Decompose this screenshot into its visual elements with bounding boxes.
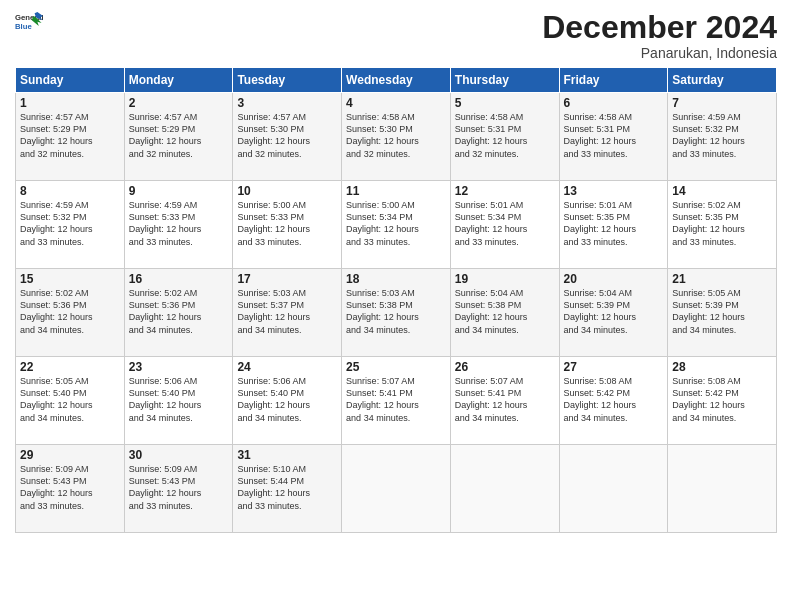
day-cell: 27Sunrise: 5:08 AM Sunset: 5:42 PM Dayli… [559,357,668,445]
day-cell [559,445,668,533]
day-info: Sunrise: 5:09 AM Sunset: 5:43 PM Dayligh… [129,463,229,512]
week-row-4: 22Sunrise: 5:05 AM Sunset: 5:40 PM Dayli… [16,357,777,445]
week-row-5: 29Sunrise: 5:09 AM Sunset: 5:43 PM Dayli… [16,445,777,533]
header: General Blue December 2024 Panarukan, In… [15,10,777,61]
day-cell [342,445,451,533]
day-info: Sunrise: 4:57 AM Sunset: 5:29 PM Dayligh… [20,111,120,160]
day-number: 16 [129,272,229,286]
day-number: 27 [564,360,664,374]
title-block: December 2024 Panarukan, Indonesia [542,10,777,61]
day-info: Sunrise: 4:58 AM Sunset: 5:31 PM Dayligh… [564,111,664,160]
main-title: December 2024 [542,10,777,45]
day-cell: 1Sunrise: 4:57 AM Sunset: 5:29 PM Daylig… [16,93,125,181]
day-cell: 7Sunrise: 4:59 AM Sunset: 5:32 PM Daylig… [668,93,777,181]
day-info: Sunrise: 5:09 AM Sunset: 5:43 PM Dayligh… [20,463,120,512]
col-header-friday: Friday [559,68,668,93]
day-cell: 29Sunrise: 5:09 AM Sunset: 5:43 PM Dayli… [16,445,125,533]
day-number: 21 [672,272,772,286]
day-number: 7 [672,96,772,110]
day-number: 15 [20,272,120,286]
day-number: 13 [564,184,664,198]
day-cell: 6Sunrise: 4:58 AM Sunset: 5:31 PM Daylig… [559,93,668,181]
day-number: 14 [672,184,772,198]
day-cell: 24Sunrise: 5:06 AM Sunset: 5:40 PM Dayli… [233,357,342,445]
day-info: Sunrise: 4:57 AM Sunset: 5:30 PM Dayligh… [237,111,337,160]
day-info: Sunrise: 4:58 AM Sunset: 5:30 PM Dayligh… [346,111,446,160]
day-cell: 22Sunrise: 5:05 AM Sunset: 5:40 PM Dayli… [16,357,125,445]
day-info: Sunrise: 5:00 AM Sunset: 5:34 PM Dayligh… [346,199,446,248]
day-info: Sunrise: 5:04 AM Sunset: 5:39 PM Dayligh… [564,287,664,336]
day-cell: 16Sunrise: 5:02 AM Sunset: 5:36 PM Dayli… [124,269,233,357]
day-info: Sunrise: 4:57 AM Sunset: 5:29 PM Dayligh… [129,111,229,160]
day-cell: 14Sunrise: 5:02 AM Sunset: 5:35 PM Dayli… [668,181,777,269]
day-info: Sunrise: 5:07 AM Sunset: 5:41 PM Dayligh… [346,375,446,424]
day-number: 25 [346,360,446,374]
logo-icon: General Blue [15,10,43,32]
day-cell: 20Sunrise: 5:04 AM Sunset: 5:39 PM Dayli… [559,269,668,357]
day-number: 6 [564,96,664,110]
day-cell: 19Sunrise: 5:04 AM Sunset: 5:38 PM Dayli… [450,269,559,357]
day-number: 10 [237,184,337,198]
day-number: 31 [237,448,337,462]
day-info: Sunrise: 5:01 AM Sunset: 5:35 PM Dayligh… [564,199,664,248]
day-cell: 9Sunrise: 4:59 AM Sunset: 5:33 PM Daylig… [124,181,233,269]
day-number: 20 [564,272,664,286]
page-container: General Blue December 2024 Panarukan, In… [0,0,792,543]
day-number: 30 [129,448,229,462]
week-row-3: 15Sunrise: 5:02 AM Sunset: 5:36 PM Dayli… [16,269,777,357]
day-info: Sunrise: 4:58 AM Sunset: 5:31 PM Dayligh… [455,111,555,160]
day-number: 5 [455,96,555,110]
day-info: Sunrise: 5:08 AM Sunset: 5:42 PM Dayligh… [672,375,772,424]
col-header-wednesday: Wednesday [342,68,451,93]
day-info: Sunrise: 5:00 AM Sunset: 5:33 PM Dayligh… [237,199,337,248]
day-number: 11 [346,184,446,198]
day-cell: 2Sunrise: 4:57 AM Sunset: 5:29 PM Daylig… [124,93,233,181]
calendar-header-row: SundayMondayTuesdayWednesdayThursdayFrid… [16,68,777,93]
day-cell: 3Sunrise: 4:57 AM Sunset: 5:30 PM Daylig… [233,93,342,181]
day-number: 1 [20,96,120,110]
day-info: Sunrise: 5:10 AM Sunset: 5:44 PM Dayligh… [237,463,337,512]
day-number: 4 [346,96,446,110]
day-cell [668,445,777,533]
day-info: Sunrise: 5:08 AM Sunset: 5:42 PM Dayligh… [564,375,664,424]
day-info: Sunrise: 5:05 AM Sunset: 5:40 PM Dayligh… [20,375,120,424]
day-cell: 15Sunrise: 5:02 AM Sunset: 5:36 PM Dayli… [16,269,125,357]
col-header-saturday: Saturday [668,68,777,93]
day-info: Sunrise: 5:06 AM Sunset: 5:40 PM Dayligh… [129,375,229,424]
day-cell: 8Sunrise: 4:59 AM Sunset: 5:32 PM Daylig… [16,181,125,269]
col-header-tuesday: Tuesday [233,68,342,93]
day-info: Sunrise: 5:02 AM Sunset: 5:36 PM Dayligh… [20,287,120,336]
day-cell: 10Sunrise: 5:00 AM Sunset: 5:33 PM Dayli… [233,181,342,269]
week-row-2: 8Sunrise: 4:59 AM Sunset: 5:32 PM Daylig… [16,181,777,269]
day-cell: 28Sunrise: 5:08 AM Sunset: 5:42 PM Dayli… [668,357,777,445]
day-cell: 21Sunrise: 5:05 AM Sunset: 5:39 PM Dayli… [668,269,777,357]
day-info: Sunrise: 5:01 AM Sunset: 5:34 PM Dayligh… [455,199,555,248]
week-row-1: 1Sunrise: 4:57 AM Sunset: 5:29 PM Daylig… [16,93,777,181]
day-number: 17 [237,272,337,286]
day-cell: 25Sunrise: 5:07 AM Sunset: 5:41 PM Dayli… [342,357,451,445]
logo: General Blue [15,10,43,32]
day-info: Sunrise: 5:04 AM Sunset: 5:38 PM Dayligh… [455,287,555,336]
day-cell: 30Sunrise: 5:09 AM Sunset: 5:43 PM Dayli… [124,445,233,533]
day-number: 18 [346,272,446,286]
day-number: 8 [20,184,120,198]
day-info: Sunrise: 5:02 AM Sunset: 5:36 PM Dayligh… [129,287,229,336]
day-info: Sunrise: 5:07 AM Sunset: 5:41 PM Dayligh… [455,375,555,424]
day-number: 3 [237,96,337,110]
day-number: 28 [672,360,772,374]
day-info: Sunrise: 4:59 AM Sunset: 5:32 PM Dayligh… [20,199,120,248]
day-cell: 4Sunrise: 4:58 AM Sunset: 5:30 PM Daylig… [342,93,451,181]
day-number: 12 [455,184,555,198]
svg-text:Blue: Blue [15,22,32,31]
day-cell: 31Sunrise: 5:10 AM Sunset: 5:44 PM Dayli… [233,445,342,533]
day-number: 19 [455,272,555,286]
day-info: Sunrise: 5:03 AM Sunset: 5:37 PM Dayligh… [237,287,337,336]
calendar-body: 1Sunrise: 4:57 AM Sunset: 5:29 PM Daylig… [16,93,777,533]
subtitle: Panarukan, Indonesia [542,45,777,61]
day-number: 2 [129,96,229,110]
day-cell: 17Sunrise: 5:03 AM Sunset: 5:37 PM Dayli… [233,269,342,357]
col-header-monday: Monday [124,68,233,93]
day-number: 26 [455,360,555,374]
day-cell: 18Sunrise: 5:03 AM Sunset: 5:38 PM Dayli… [342,269,451,357]
day-number: 23 [129,360,229,374]
